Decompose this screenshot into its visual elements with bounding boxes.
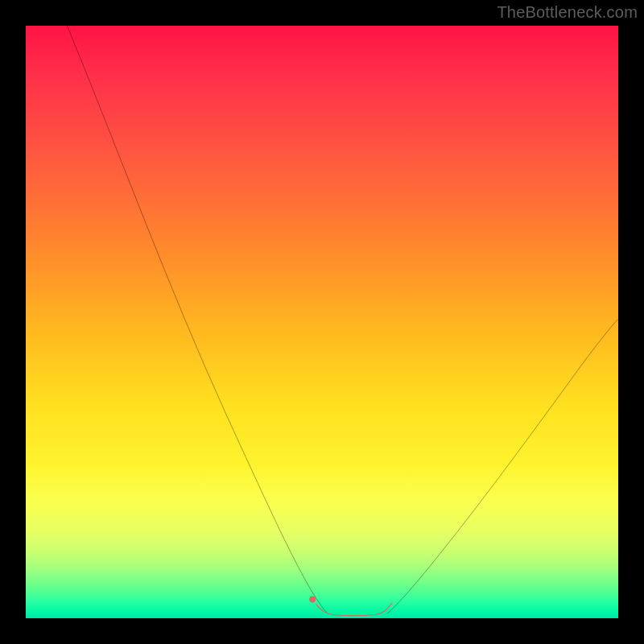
bottleneck-curve-right xyxy=(387,319,618,613)
chart-frame: TheBottleneck.com xyxy=(0,0,644,644)
bottleneck-curve-left xyxy=(68,26,328,613)
plot-area xyxy=(26,26,618,618)
left-peak-dot xyxy=(309,596,316,602)
series-group xyxy=(68,26,618,616)
curve-layer xyxy=(26,26,618,618)
watermark-text: TheBottleneck.com xyxy=(497,3,638,22)
flat-bottom-highlight xyxy=(316,603,392,616)
